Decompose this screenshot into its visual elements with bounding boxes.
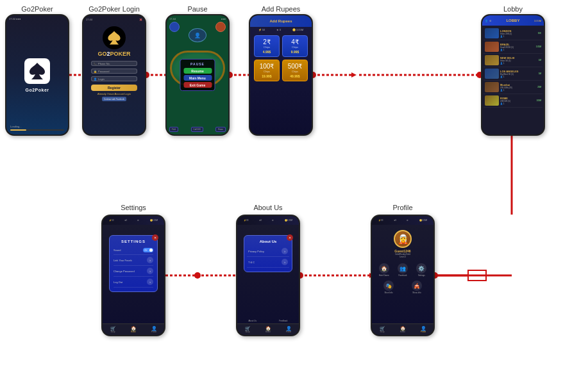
- link-fb-label: Link Your Feceb: [114, 259, 132, 262]
- list-item[interactable]: LOS ANGELES Big Blind 5K (5) 👤 1 5M: [484, 67, 543, 81]
- label-screen6: Settings: [101, 204, 165, 211]
- resume-button[interactable]: Resume: [183, 68, 212, 74]
- status-time: 17:44: [86, 18, 92, 21]
- nav-profile-active[interactable]: 👤 Profile: [421, 326, 426, 333]
- avatar: 🧝: [394, 230, 412, 248]
- login-bg: 17:44 ✕ GO2POKER 📞 Phone No. 🔒 Password: [83, 15, 145, 135]
- profile-bg: ⚡93 ★0 ⚙ 🪙3.05M 🧝 Guest1246 Gold/Rookie/…: [372, 216, 433, 335]
- stat-2: ★ 0: [276, 28, 281, 31]
- profile-label: Profile: [421, 331, 426, 333]
- login-input[interactable]: 👤 Login: [91, 76, 137, 81]
- short-info-label: Short Info: [384, 291, 392, 294]
- shop-icon: 🛒: [110, 326, 116, 331]
- tandc-arrow: ›: [282, 259, 288, 265]
- register-button[interactable]: Register: [91, 85, 137, 91]
- chips-label-3: Chips: [264, 70, 270, 73]
- rome-img: [485, 95, 499, 106]
- player-avatar-1: [169, 22, 180, 32]
- nav-profile[interactable]: 👤 Profile: [286, 326, 292, 333]
- profile-label: Profile: [286, 331, 292, 333]
- price-2: 9.99$: [291, 50, 299, 54]
- toggle-knob: [149, 249, 153, 252]
- facebook-item[interactable]: 👥 Facebook: [398, 263, 408, 277]
- nav-home[interactable]: 🏠 Home: [131, 326, 137, 333]
- list-item[interactable]: BRAZIL Small 2K/5K (5) 👤 1 3.05M: [484, 40, 543, 54]
- password-placeholder: Password: [98, 70, 110, 73]
- short-info-item[interactable]: 🎭 Short Info: [383, 281, 394, 294]
- rupees-card-4[interactable]: 500₹ Chips 49.99$: [282, 60, 308, 81]
- london-players: 👤 1: [500, 35, 537, 38]
- nav-shop[interactable]: 🛒 Shop: [110, 326, 116, 333]
- phone-input[interactable]: 📞 Phone No.: [91, 61, 137, 66]
- tandc-row[interactable]: T & C ›: [247, 257, 289, 268]
- profile-navbar: 🛒 Shop 🏠 Home 👤 Profile: [372, 323, 433, 335]
- london-info: LONDON Silver 20K (5) 👤 1: [500, 29, 537, 38]
- rupees-card-1[interactable]: 2₹ Chips 4.99$: [254, 35, 280, 57]
- stat-3: 🪙 3.05M: [292, 28, 303, 31]
- stat-1: ⚡ 50: [258, 28, 265, 31]
- nav-shop[interactable]: 🛒 Shop: [380, 326, 385, 333]
- login-link[interactable]: Login: [124, 92, 131, 95]
- shop-label: Shop: [380, 331, 384, 333]
- settings-bg: ⚡50 ★0 ⚙ 🪙3.05M ✕ SETTINGS Sound ON Link…: [103, 216, 164, 335]
- nav-profile[interactable]: 👤 Profile: [151, 326, 157, 333]
- raise-btn[interactable]: Raise: [215, 127, 226, 132]
- hotel-game-item[interactable]: 🏠 Hotel Game: [379, 263, 389, 277]
- rupees-card-3[interactable]: 100₹ Chips 19.99$: [254, 60, 280, 81]
- lobby-header: 👤 ⚙ LOBBY 3.05M: [482, 15, 544, 26]
- settings-title: SETTINGS: [114, 240, 153, 243]
- label-screen4: Add Rupees: [249, 5, 313, 13]
- chips-label-4: Chips: [292, 70, 298, 73]
- label-screen2: Go2Poker Login: [82, 5, 146, 13]
- fold-btn[interactable]: Fold: [169, 127, 178, 132]
- list-item[interactable]: Mumbai 200-500k (20) 👤 1 20M: [484, 81, 543, 94]
- status-time: 17:44: [169, 17, 176, 20]
- profile-icons-row-1: 🏠 Hotel Game 👥 Facebook ⚙️ Settings: [372, 261, 433, 279]
- password-input[interactable]: 🔒 Password: [91, 69, 137, 74]
- chips-label-1: Chips: [264, 45, 270, 49]
- short-info-icon: 🎭: [383, 281, 394, 291]
- profile-icons-row-2: 🎭 Short Info 🎪 Show Info: [372, 279, 433, 295]
- phone-placeholder: Phone No.: [98, 62, 110, 65]
- user-icon: 👤: [94, 78, 97, 81]
- settings-icon: ⚙️: [416, 263, 426, 274]
- add-rupees-bg: Add Rupees ⚡ 50 ★ 0 🪙 3.05M 2₹: [250, 15, 312, 135]
- about-us-bottom-link[interactable]: About Us: [249, 320, 257, 322]
- change-password-row[interactable]: Change Password ›: [114, 266, 153, 277]
- player-avatar-2: [215, 22, 226, 32]
- list-item[interactable]: NEW DELHI Silver 5K (5) 👤 1 1M: [484, 54, 543, 67]
- la-info: LOS ANGELES Big Blind 5K (5) 👤 1: [500, 70, 537, 78]
- close-btn[interactable]: ✕: [139, 17, 142, 22]
- screen-profile: ⚡93 ★0 ⚙ 🪙3.05M 🧝 Guest1246 Gold/Rookie/…: [371, 215, 435, 336]
- logout-row[interactable]: Log Out ›: [114, 277, 153, 288]
- login-placeholder: Login: [98, 78, 105, 81]
- exit-game-button[interactable]: Exit Game: [183, 82, 212, 88]
- rupees-card-2[interactable]: 4₹ Chips 9.99$: [282, 35, 308, 57]
- home-icon: 🏠: [131, 326, 137, 331]
- home-label: Home: [131, 331, 136, 333]
- facebook-btn[interactable]: Continue with Facebook: [102, 97, 126, 101]
- show-info-item[interactable]: 🎪 Show Info: [412, 281, 422, 294]
- nav-home[interactable]: 🏠 Home: [400, 326, 406, 333]
- list-item[interactable]: ROME 20K/50K (5) 👤 1 100M: [484, 94, 543, 108]
- nav-home[interactable]: 🏠 Home: [265, 326, 271, 333]
- feedback-bottom-link[interactable]: Feedback: [279, 320, 287, 322]
- label-screen7: About Us: [236, 204, 300, 211]
- coin-icon: 🪙: [292, 28, 296, 31]
- main-menu-button[interactable]: Main Menu: [183, 75, 212, 81]
- top-stat-1: ⚡93: [244, 219, 248, 222]
- sound-toggle[interactable]: ON: [143, 248, 153, 252]
- link-fb-row[interactable]: Link Your Feceb ›: [114, 255, 153, 266]
- settings-item[interactable]: ⚙️ Settings: [416, 263, 426, 277]
- about-close-btn[interactable]: ✕: [287, 234, 293, 241]
- nav-shop[interactable]: 🛒 Shop: [245, 326, 251, 333]
- logo-circle: [103, 26, 126, 49]
- home-label: Home: [265, 331, 271, 333]
- list-item[interactable]: LONDON Silver 20K (5) 👤 1 50K: [484, 27, 543, 40]
- privacy-policy-row[interactable]: Privacy Policy ›: [247, 246, 289, 257]
- chips-amount-2: 4₹: [291, 38, 299, 45]
- settings-close-btn[interactable]: ✕: [152, 234, 158, 241]
- rupees-grid: 2₹ Chips 4.99$ 4₹ Chips 9.99$ 100₹ Chips…: [250, 33, 312, 84]
- call-btn[interactable]: Call 500: [191, 127, 203, 132]
- shop-label: Shop: [245, 331, 249, 333]
